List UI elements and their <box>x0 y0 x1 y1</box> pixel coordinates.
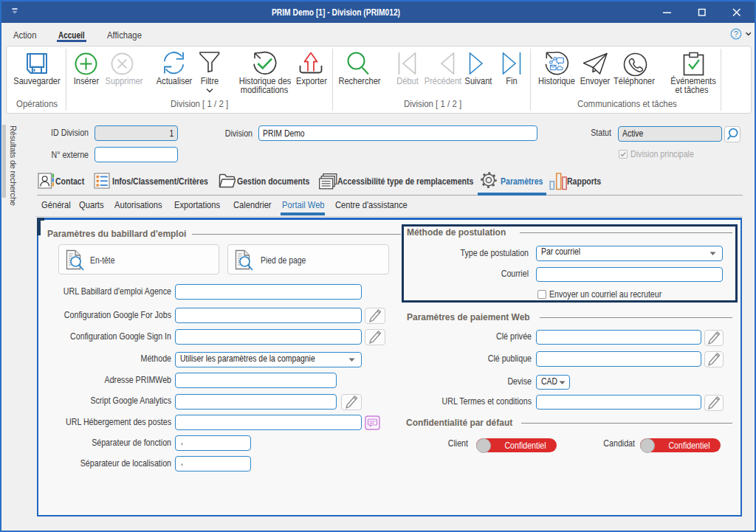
svg-text:?: ? <box>734 30 738 38</box>
